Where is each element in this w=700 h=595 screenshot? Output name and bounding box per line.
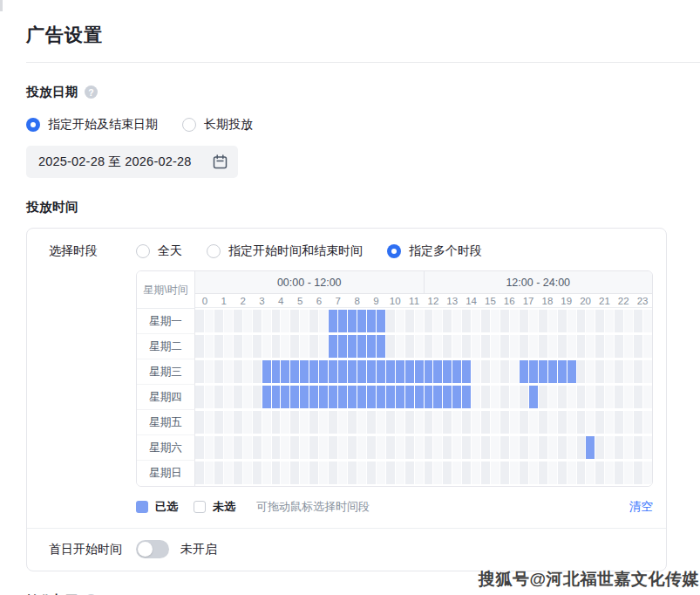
schedule-cell[interactable] — [586, 462, 595, 484]
schedule-cell[interactable] — [243, 411, 252, 434]
schedule-cell[interactable] — [195, 411, 204, 434]
schedule-cell[interactable] — [309, 310, 318, 332]
schedule-cell[interactable] — [205, 386, 214, 408]
schedule-cell[interactable] — [253, 360, 262, 383]
schedule-cell[interactable] — [281, 462, 289, 484]
schedule-cell[interactable] — [386, 411, 395, 434]
schedule-cell-selected[interactable] — [309, 360, 318, 383]
schedule-cell[interactable] — [319, 335, 328, 358]
schedule-cell[interactable] — [643, 386, 652, 408]
schedule-cell[interactable] — [481, 360, 490, 383]
schedule-cell[interactable] — [405, 335, 414, 358]
schedule-cell[interactable] — [567, 310, 576, 332]
schedule-cell[interactable] — [605, 360, 614, 383]
schedule-cell[interactable] — [262, 411, 271, 434]
schedule-cell[interactable] — [577, 360, 586, 383]
schedule-cell-selected[interactable] — [443, 360, 452, 383]
schedule-cell[interactable] — [491, 411, 500, 434]
schedule-cell[interactable] — [243, 436, 252, 459]
schedule-cell-selected[interactable] — [377, 360, 385, 383]
schedule-cell[interactable] — [548, 310, 557, 332]
schedule-cell[interactable] — [595, 436, 604, 459]
schedule-cell[interactable] — [529, 335, 538, 358]
schedule-cell[interactable] — [634, 360, 642, 383]
schedule-cell[interactable] — [262, 310, 271, 332]
schedule-cell[interactable] — [329, 462, 337, 484]
schedule-cell[interactable] — [615, 436, 623, 459]
schedule-cell[interactable] — [539, 335, 547, 358]
schedule-cell[interactable] — [234, 335, 242, 358]
schedule-cell[interactable] — [243, 335, 252, 358]
schedule-cell[interactable] — [272, 436, 281, 459]
schedule-cell[interactable] — [643, 436, 652, 459]
schedule-cell[interactable] — [539, 310, 547, 332]
schedule-cell[interactable] — [634, 310, 642, 332]
schedule-cell[interactable] — [520, 462, 528, 484]
schedule-cell[interactable] — [319, 462, 328, 484]
schedule-cell[interactable] — [262, 436, 271, 459]
schedule-cell[interactable] — [558, 436, 567, 459]
schedule-cell-selected[interactable] — [425, 386, 433, 408]
schedule-cell[interactable] — [224, 335, 233, 358]
schedule-cell[interactable] — [405, 436, 414, 459]
schedule-cell[interactable] — [595, 360, 604, 383]
calendar-icon[interactable] — [213, 154, 228, 169]
schedule-cell[interactable] — [624, 462, 633, 484]
schedule-cell[interactable] — [243, 360, 252, 383]
schedule-cell[interactable] — [634, 462, 642, 484]
schedule-cell[interactable] — [595, 310, 604, 332]
schedule-cell[interactable] — [309, 436, 318, 459]
schedule-cell[interactable] — [300, 436, 309, 459]
schedule-cell[interactable] — [491, 360, 500, 383]
schedule-cell-selected[interactable] — [309, 386, 318, 408]
schedule-cell[interactable] — [234, 411, 242, 434]
schedule-cell[interactable] — [462, 335, 471, 358]
schedule-cell[interactable] — [520, 436, 528, 459]
schedule-cell[interactable] — [425, 436, 433, 459]
schedule-cell[interactable] — [567, 462, 576, 484]
schedule-cell[interactable] — [309, 462, 318, 484]
schedule-cell[interactable] — [290, 462, 299, 484]
schedule-cell-selected[interactable] — [558, 360, 567, 383]
period-option-3[interactable]: 指定多个时段 — [387, 243, 482, 259]
schedule-cell[interactable] — [481, 335, 490, 358]
radio-unselected-icon[interactable] — [207, 244, 221, 258]
schedule-cell[interactable] — [319, 310, 328, 332]
schedule-cell-selected[interactable] — [396, 386, 404, 408]
schedule-cell[interactable] — [615, 360, 623, 383]
schedule-cell[interactable] — [605, 335, 614, 358]
schedule-cell[interactable] — [338, 436, 347, 459]
schedule-cell[interactable] — [558, 411, 567, 434]
schedule-cell[interactable] — [500, 360, 509, 383]
schedule-cell-selected[interactable] — [452, 386, 461, 408]
schedule-cell-selected[interactable] — [357, 335, 366, 358]
schedule-cell[interactable] — [472, 310, 480, 332]
schedule-cell[interactable] — [491, 310, 500, 332]
schedule-cell[interactable] — [481, 462, 490, 484]
schedule-cell[interactable] — [510, 310, 519, 332]
schedule-cell[interactable] — [433, 335, 442, 358]
schedule-cell[interactable] — [234, 386, 242, 408]
schedule-cell[interactable] — [586, 411, 595, 434]
schedule-cell[interactable] — [262, 462, 271, 484]
schedule-cell-selected[interactable] — [462, 386, 471, 408]
schedule-cell-selected[interactable] — [367, 335, 376, 358]
schedule-cell[interactable] — [214, 360, 223, 383]
schedule-cell[interactable] — [624, 335, 633, 358]
schedule-cell[interactable] — [481, 411, 490, 434]
schedule-cell[interactable] — [643, 335, 652, 358]
schedule-cell[interactable] — [309, 411, 318, 434]
schedule-cell[interactable] — [500, 335, 509, 358]
schedule-cell[interactable] — [529, 310, 538, 332]
schedule-cell-selected[interactable] — [329, 335, 337, 358]
schedule-cell[interactable] — [214, 335, 223, 358]
schedule-cell-selected[interactable] — [567, 360, 576, 383]
schedule-cell-selected[interactable] — [329, 310, 337, 332]
schedule-cell-selected[interactable] — [357, 360, 366, 383]
schedule-cell[interactable] — [205, 436, 214, 459]
schedule-cell[interactable] — [577, 386, 586, 408]
schedule-cell[interactable] — [396, 310, 404, 332]
schedule-cell[interactable] — [472, 386, 480, 408]
schedule-cell[interactable] — [433, 462, 442, 484]
schedule-cell[interactable] — [520, 411, 528, 434]
